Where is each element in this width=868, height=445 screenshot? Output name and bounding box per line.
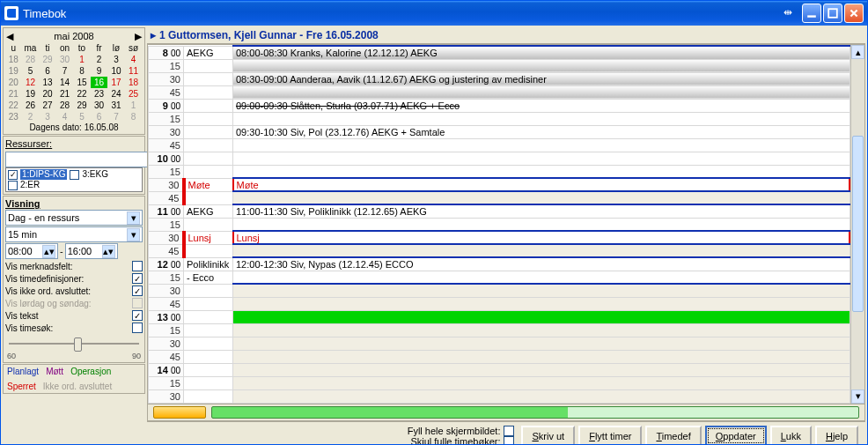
maximize-button[interactable] <box>823 4 842 23</box>
time-row[interactable]: 30LunsjLunsj <box>149 231 850 244</box>
time-row[interactable]: 30 <box>149 337 850 350</box>
time-row[interactable]: 30MøteMøte <box>149 178 850 191</box>
time-row[interactable]: 13 00 <box>149 310 850 323</box>
week-number[interactable]: 23 <box>5 111 22 122</box>
time-row[interactable]: 3008:30-09:00 Aanderaa, Aavik (11.12.67)… <box>149 72 850 85</box>
calendar-day[interactable]: 18 <box>125 77 143 88</box>
calendar-day[interactable]: 30 <box>91 100 108 111</box>
resource-checkbox[interactable]: ✓ <box>8 170 18 180</box>
interval-combo[interactable]: 15 min▾ <box>5 226 143 242</box>
calendar-day[interactable]: 16 <box>91 77 108 88</box>
calendar-day[interactable]: 6 <box>39 65 56 77</box>
end-time-spin[interactable]: 16:00▴▾ <box>65 243 118 259</box>
expand-icon[interactable]: ▸ <box>151 29 156 41</box>
appointment-cell[interactable] <box>233 376 850 389</box>
prev-month-button[interactable]: ◀ <box>5 31 14 42</box>
appointment-cell[interactable] <box>233 152 850 165</box>
resource-item[interactable]: 2:ER <box>20 180 40 190</box>
view-option-checkbox[interactable]: ✓ <box>132 286 143 296</box>
calendar-day[interactable]: 24 <box>107 88 125 100</box>
calendar-day[interactable]: 2 <box>22 111 40 122</box>
vertical-scrollbar[interactable]: ▴ ▾ <box>850 45 864 404</box>
time-row[interactable]: 15- Ecco <box>149 271 850 284</box>
appointment-cell[interactable] <box>233 138 850 152</box>
calendar-day[interactable]: 25 <box>125 88 143 100</box>
calendar-day[interactable]: 14 <box>56 77 74 88</box>
calendar-day[interactable]: 29 <box>39 54 56 65</box>
time-row[interactable]: 15 <box>149 376 850 389</box>
calendar-day[interactable]: 28 <box>56 100 74 111</box>
appointment-cell[interactable]: 08:30-09:00 Aanderaa, Aavik (11.12.67) A… <box>233 72 850 85</box>
appointment-cell[interactable] <box>233 297 850 310</box>
appointment-cell[interactable]: 09:30-10:30 Siv, Pol (23.12.76) AEKG + S… <box>233 125 850 138</box>
time-row[interactable]: 45 <box>149 244 850 257</box>
appointment-cell[interactable]: 11:00-11:30 Siv, Poliklinikk (12.12.65) … <box>233 204 850 218</box>
flytt-timer-button[interactable]: Flytt timer <box>578 426 642 444</box>
week-number[interactable]: 21 <box>5 88 22 100</box>
appointment-cell[interactable] <box>233 363 850 376</box>
calendar-day[interactable]: 7 <box>56 65 74 77</box>
appointment-cell[interactable] <box>233 310 850 323</box>
view-option-checkbox[interactable]: ✓ <box>132 273 143 284</box>
week-number[interactable]: 18 <box>5 54 22 65</box>
calendar-day[interactable]: 3 <box>107 54 125 65</box>
appointment-cell[interactable] <box>233 350 850 363</box>
zoom-slider[interactable] <box>5 334 143 352</box>
calendar-day[interactable]: 1 <box>73 54 91 65</box>
time-row[interactable]: 30 <box>149 389 850 403</box>
view-option-checkbox[interactable] <box>132 323 143 333</box>
calendar-day[interactable]: 20 <box>39 88 56 100</box>
appointment-cell[interactable] <box>233 389 850 403</box>
calendar-day[interactable]: 8 <box>73 65 91 77</box>
time-row[interactable]: 8 00AEKG08:00-08:30 Kranks, Kalorine (12… <box>149 46 850 59</box>
appointment-cell[interactable] <box>233 59 850 72</box>
calendar-day[interactable]: 17 <box>107 77 125 88</box>
appointment-cell[interactable] <box>233 218 850 231</box>
time-row[interactable]: 15 <box>149 112 850 125</box>
appointment-cell[interactable]: Møte <box>233 178 850 191</box>
skriv-ut-button[interactable]: Skriv ut <box>521 426 575 444</box>
time-row[interactable]: 9 0009:00-09:30 Slåtten, Sturla (03.07.7… <box>149 99 850 112</box>
calendar-day[interactable]: 5 <box>22 65 40 77</box>
resource-item[interactable]: 1:DIPS-KG <box>20 169 67 180</box>
pin-icon[interactable]: ⇹ <box>781 6 795 20</box>
calendar-day[interactable]: 11 <box>125 65 143 77</box>
time-row[interactable]: 15 <box>149 218 850 231</box>
time-row[interactable]: 11 00AEKG11:00-11:30 Siv, Poliklinikk (1… <box>149 204 850 218</box>
start-time-spin[interactable]: 08:00▴▾ <box>5 243 58 259</box>
week-number[interactable]: 19 <box>5 65 22 77</box>
calendar-day[interactable]: 26 <box>22 100 40 111</box>
time-row[interactable]: 45 <box>149 297 850 310</box>
calendar-day[interactable]: 4 <box>56 111 74 122</box>
calendar-day[interactable]: 7 <box>107 111 125 122</box>
calendar-day[interactable]: 29 <box>73 100 91 111</box>
week-number[interactable]: 20 <box>5 77 22 88</box>
appointment-cell[interactable] <box>233 323 850 337</box>
time-row[interactable]: 45 <box>149 85 850 99</box>
oppdater-button[interactable]: Oppdater <box>705 426 767 444</box>
appointment-cell[interactable]: 09:00-09:30 Slåtten, Sturla (03.07.71) A… <box>233 99 850 112</box>
calendar-day[interactable]: 23 <box>91 88 108 100</box>
calendar-day[interactable]: 9 <box>91 65 108 77</box>
appointment-cell[interactable] <box>233 165 850 178</box>
resource-search-input[interactable] <box>5 152 159 167</box>
calendar-day[interactable]: 28 <box>22 54 40 65</box>
time-row[interactable]: 3009:30-10:30 Siv, Pol (23.12.76) AEKG +… <box>149 125 850 138</box>
scroll-down-button[interactable]: ▾ <box>851 389 864 404</box>
resource-checkbox[interactable] <box>70 170 79 180</box>
calendar-month[interactable]: mai 2008 <box>54 31 93 41</box>
calendar-day[interactable]: 1 <box>125 100 143 111</box>
view-option-checkbox[interactable]: ✓ <box>132 310 143 321</box>
resource-item[interactable]: 3:EKG <box>82 169 107 180</box>
time-row[interactable]: 45 <box>149 191 850 204</box>
resource-checkbox[interactable] <box>8 181 18 190</box>
titlebar[interactable]: Timebok ⇹ <box>1 1 867 26</box>
close-button[interactable] <box>844 4 864 23</box>
view-option-checkbox[interactable] <box>132 261 143 271</box>
calendar-day[interactable]: 10 <box>107 65 125 77</box>
calendar-day[interactable]: 2 <box>91 54 108 65</box>
appointment-cell[interactable] <box>233 337 850 350</box>
calendar-day[interactable]: 6 <box>91 111 108 122</box>
time-row[interactable]: 45 <box>149 138 850 152</box>
time-row[interactable]: 30 <box>149 284 850 297</box>
